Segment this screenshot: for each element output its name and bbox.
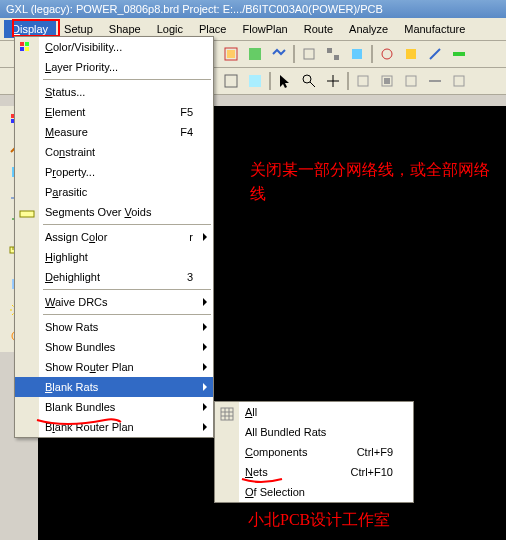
svg-point-6	[382, 49, 392, 59]
toolbar-button[interactable]	[322, 43, 344, 65]
menu-flowplan[interactable]: FlowPlan	[234, 20, 295, 38]
toolbar-button[interactable]	[448, 43, 470, 65]
menu-blank-rats[interactable]: Blank Rats	[15, 377, 213, 397]
palette-icon	[19, 41, 35, 57]
toolbar-button[interactable]	[376, 70, 398, 92]
menu-dehighlight[interactable]: Dehighlight3	[15, 267, 213, 287]
toolbar-button[interactable]	[424, 43, 446, 65]
menu-element[interactable]: ElementF5	[15, 102, 213, 122]
svg-rect-14	[384, 78, 390, 84]
svg-rect-16	[454, 76, 464, 86]
toolbar-button[interactable]	[400, 70, 422, 92]
svg-rect-5	[352, 49, 362, 59]
toolbar-button[interactable]	[400, 43, 422, 65]
submenu-of-selection[interactable]: Of Selection	[215, 482, 413, 502]
menu-route[interactable]: Route	[296, 20, 341, 38]
menu-manufacture[interactable]: Manufacture	[396, 20, 473, 38]
menu-analyze[interactable]: Analyze	[341, 20, 396, 38]
grid-icon	[219, 406, 235, 422]
menu-color-visibility[interactable]: Color/Visibility...	[15, 37, 213, 57]
menu-blank-bundles[interactable]: Blank Bundles	[15, 397, 213, 417]
submenu-all[interactable]: All	[215, 402, 413, 422]
menu-assign-color[interactable]: Assign Colorr	[15, 227, 213, 247]
display-menu-dropdown: Color/Visibility... Layer Priority... St…	[14, 36, 214, 438]
svg-rect-8	[453, 52, 465, 56]
toolbar-button[interactable]	[376, 43, 398, 65]
svg-rect-2	[304, 49, 314, 59]
svg-rect-3	[327, 48, 332, 53]
menu-waive-drcs[interactable]: Waive DRCs	[15, 292, 213, 312]
toolbar-button[interactable]	[298, 43, 320, 65]
svg-rect-12	[358, 76, 368, 86]
svg-rect-15	[406, 76, 416, 86]
toolbar-button[interactable]	[244, 70, 266, 92]
svg-rect-4	[334, 55, 339, 60]
menu-blank-router-plan[interactable]: Blank Router Plan	[15, 417, 213, 437]
svg-rect-1	[249, 48, 261, 60]
svg-rect-29	[25, 47, 29, 51]
annotation-text-1: 关闭某一部分网络线，或全部网络线	[250, 158, 490, 206]
cursor-icon[interactable]	[274, 70, 296, 92]
submenu-nets[interactable]: NetsCtrl+F10	[215, 462, 413, 482]
menu-show-router-plan[interactable]: Show Router Plan	[15, 357, 213, 377]
menu-show-bundles[interactable]: Show Bundles	[15, 337, 213, 357]
toolbar-button[interactable]	[268, 43, 290, 65]
submenu-all-bundled[interactable]: All Bundled Rats	[215, 422, 413, 442]
menu-segments[interactable]: Segments Over Voids	[15, 202, 213, 222]
toolbar-button[interactable]	[220, 70, 242, 92]
toolbar-button[interactable]	[424, 70, 446, 92]
menu-show-rats[interactable]: Show Rats	[15, 317, 213, 337]
svg-rect-26	[20, 42, 24, 46]
submenu-components[interactable]: ComponentsCtrl+F9	[215, 442, 413, 462]
toolbar-button[interactable]	[322, 70, 344, 92]
svg-point-11	[303, 75, 311, 83]
blank-rats-submenu: All All Bundled Rats ComponentsCtrl+F9 N…	[214, 401, 414, 503]
window-title: GXL (legacy): POWER_0806p8.brd Project: …	[0, 0, 506, 18]
menu-measure[interactable]: MeasureF4	[15, 122, 213, 142]
ruler-icon	[19, 206, 35, 222]
svg-rect-27	[25, 42, 29, 46]
menu-property[interactable]: Property...	[15, 162, 213, 182]
svg-rect-30	[20, 211, 34, 217]
svg-rect-10	[249, 75, 261, 87]
svg-rect-7	[406, 49, 416, 59]
toolbar-button[interactable]	[352, 70, 374, 92]
menu-layer-priority[interactable]: Layer Priority...	[15, 57, 213, 77]
svg-rect-28	[20, 47, 24, 51]
menu-status[interactable]: Status...	[15, 82, 213, 102]
menu-highlight[interactable]: Highlight	[15, 247, 213, 267]
toolbar-button[interactable]	[346, 43, 368, 65]
toolbar-button[interactable]	[298, 70, 320, 92]
menu-constraint[interactable]: Constraint	[15, 142, 213, 162]
toolbar-button[interactable]	[448, 70, 470, 92]
svg-rect-9	[225, 75, 237, 87]
toolbar-button[interactable]	[220, 43, 242, 65]
svg-rect-31	[221, 408, 233, 420]
annotation-text-2: 小北PCB设计工作室	[248, 510, 390, 531]
toolbar-button[interactable]	[244, 43, 266, 65]
menu-parasitic[interactable]: Parasitic	[15, 182, 213, 202]
